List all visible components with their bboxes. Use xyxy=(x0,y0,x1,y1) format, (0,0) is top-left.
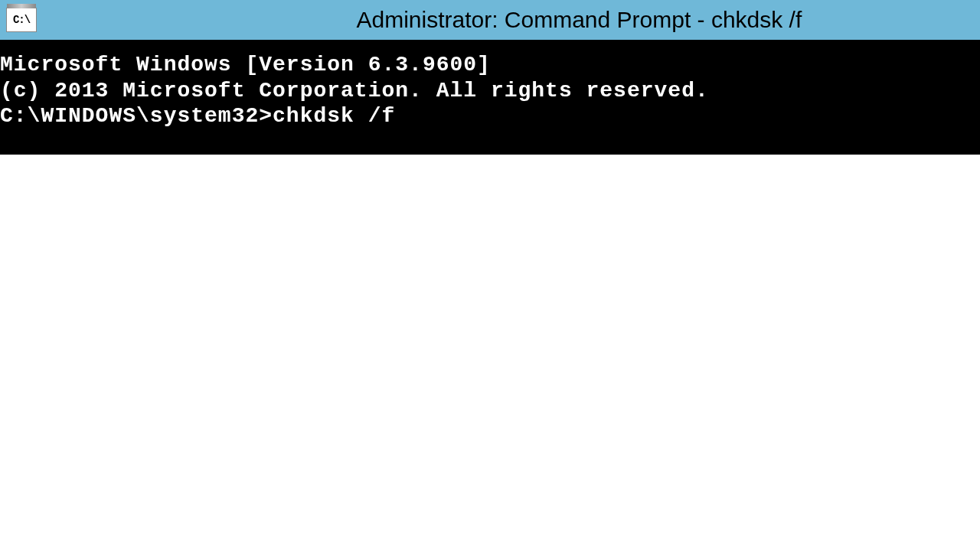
window-title: Administrator: Command Prompt - chkdsk /… xyxy=(356,7,802,33)
cmd-icon-label: C:\ xyxy=(13,14,30,26)
system-menu-icon[interactable]: C:\ xyxy=(6,8,37,32)
terminal-line: Microsoft Windows [Version 6.3.9600] xyxy=(0,52,980,78)
terminal-output[interactable]: Microsoft Windows [Version 6.3.9600] (c)… xyxy=(0,40,980,155)
terminal-prompt-line: C:\WINDOWS\system32>chkdsk /f xyxy=(0,103,980,129)
terminal-line: (c) 2013 Microsoft Corporation. All righ… xyxy=(0,78,980,104)
window-titlebar[interactable]: C:\ Administrator: Command Prompt - chkd… xyxy=(0,0,980,40)
